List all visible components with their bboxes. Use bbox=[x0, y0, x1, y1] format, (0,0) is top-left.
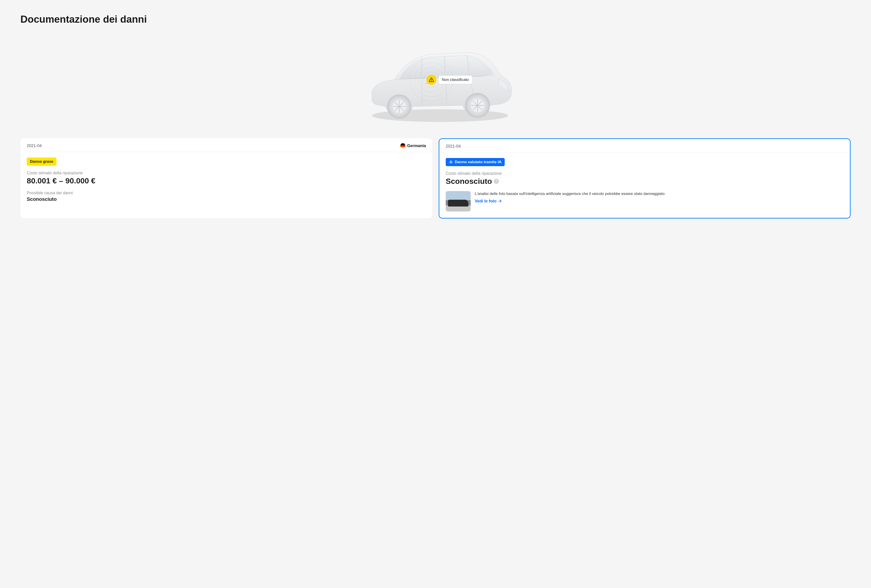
arrow-right-icon bbox=[498, 199, 502, 203]
damage-marker-label: Non classificato bbox=[438, 76, 472, 84]
damage-card-1[interactable]: 2021-04 Germania Danno grave Costo stima… bbox=[20, 138, 433, 218]
help-icon[interactable]: ? bbox=[494, 179, 499, 184]
svg-point-26 bbox=[431, 81, 432, 81]
card-header: 2021-04 Germania bbox=[20, 138, 433, 152]
card-country-label: Germania bbox=[407, 143, 426, 148]
cost-value: 80.001 € – 90.000 € bbox=[27, 176, 426, 185]
robot-icon bbox=[449, 160, 453, 164]
flag-germany-icon bbox=[400, 143, 406, 148]
view-photos-link[interactable]: Vedi le foto bbox=[475, 199, 502, 204]
photo-thumbnail[interactable] bbox=[446, 191, 471, 212]
ai-badge: Danno valutato tramite IA bbox=[446, 158, 505, 166]
card-country: Germania bbox=[400, 143, 426, 148]
warning-icon bbox=[427, 75, 436, 85]
svg-point-30 bbox=[450, 162, 451, 163]
car-illustration: Non classificato bbox=[354, 34, 517, 127]
page-title: Documentazione dei danni bbox=[20, 13, 851, 25]
cause-value: Sconosciuto bbox=[27, 196, 426, 202]
svg-point-31 bbox=[451, 162, 452, 163]
damage-marker[interactable]: Non classificato bbox=[427, 75, 472, 85]
cost-value: Sconosciuto ? bbox=[446, 177, 844, 186]
cost-label: Costo stimato della riparazione bbox=[27, 171, 426, 175]
damage-card-2[interactable]: 2021-04 Danno valutato tramite IA Costo … bbox=[438, 138, 851, 218]
ai-analysis-block: L'analisi delle foto basata sull'intelli… bbox=[446, 191, 844, 212]
cause-label: Possibile causa dei danni bbox=[27, 191, 426, 196]
card-header: 2021-04 bbox=[439, 139, 850, 152]
ai-badge-label: Danno valutato tramite IA bbox=[455, 160, 501, 164]
view-photos-link-label: Vedi le foto bbox=[475, 199, 497, 204]
ai-analysis-text: L'analisi delle foto basata sull'intelli… bbox=[475, 191, 664, 197]
svg-point-29 bbox=[451, 161, 451, 161]
severity-badge: Danno grave bbox=[27, 158, 57, 166]
cards-row: 2021-04 Germania Danno grave Costo stima… bbox=[20, 138, 851, 218]
card-date: 2021-04 bbox=[446, 144, 461, 149]
cost-value-text: Sconosciuto bbox=[446, 177, 492, 186]
cost-label: Costo stimato della riparazione bbox=[446, 171, 844, 176]
card-body: Danno grave Costo stimato della riparazi… bbox=[20, 152, 433, 209]
card-body: Danno valutato tramite IA Costo stimato … bbox=[439, 152, 850, 218]
card-date: 2021-04 bbox=[27, 143, 42, 148]
car-illustration-wrap: Non classificato bbox=[20, 34, 851, 127]
